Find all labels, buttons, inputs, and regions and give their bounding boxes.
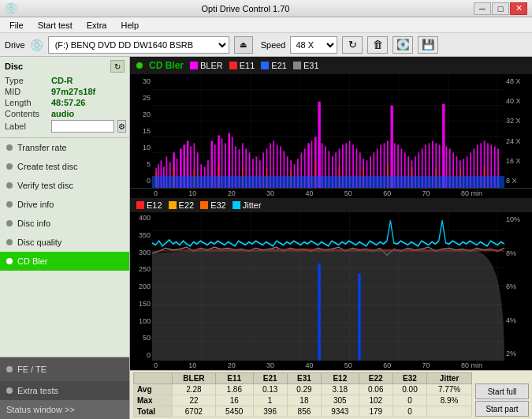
bottom-chart-y-axis-right: 10% 8% 6% 4% 2% xyxy=(504,212,532,361)
x-80: 80 min xyxy=(461,189,482,197)
fe-te-icon xyxy=(6,366,13,372)
total-e21: 396 xyxy=(253,406,287,417)
y-label-200: 200 xyxy=(132,282,151,290)
total-e11: 5450 xyxy=(215,406,253,417)
legend-jitter: Jitter xyxy=(233,200,262,210)
y-right-32x: 32 X xyxy=(506,117,530,125)
disc-label-row: Label ⚙ xyxy=(5,120,125,133)
e31-label: E31 xyxy=(303,61,319,70)
bottom-chart: 400 350 300 250 200 150 100 50 0 10% 8% … xyxy=(130,212,532,361)
menu-file[interactable]: File xyxy=(3,19,30,32)
disc-refresh-button[interactable]: ↻ xyxy=(110,60,125,73)
verify-test-disc-label: Verify test disc xyxy=(17,181,73,190)
menu-extra[interactable]: Extra xyxy=(80,19,113,32)
transfer-rate-label: Transfer rate xyxy=(17,143,67,152)
stats-area: BLER E11 E21 E31 E12 E22 E32 Jitter Avg xyxy=(130,370,532,419)
x-50: 50 xyxy=(344,189,352,197)
y-label-0b: 0 xyxy=(132,351,151,359)
verify-test-disc-icon xyxy=(6,182,13,189)
drive-info-icon xyxy=(6,201,13,208)
e21-color xyxy=(261,62,269,69)
cd-button[interactable]: 💽 xyxy=(392,36,413,54)
start-full-button[interactable]: Start full xyxy=(475,383,529,399)
sidebar-item-extra-tests[interactable]: Extra tests xyxy=(0,381,129,400)
sidebar-item-drive-info[interactable]: Drive info xyxy=(0,195,129,214)
top-chart-y-axis-right: 48 X 40 X 32 X 24 X 16 X 8 X xyxy=(504,74,532,188)
drive-select[interactable]: (F:) BENQ DVD DD DW1640 BSRB xyxy=(48,36,229,54)
max-e31: 18 xyxy=(287,395,321,406)
bx-40: 40 xyxy=(305,361,313,369)
sidebar-item-status-window[interactable]: Status window >> xyxy=(0,400,129,419)
e32-label: E32 xyxy=(210,200,226,210)
menu-start-test[interactable]: Start test xyxy=(32,19,79,32)
disc-label-gear-button[interactable]: ⚙ xyxy=(117,120,126,133)
bx-60: 60 xyxy=(383,361,391,369)
disc-panel: Disc ↻ Type CD-R MID 97m27s18f Length 48… xyxy=(0,57,129,138)
disc-type-value: CD-R xyxy=(51,76,73,85)
erase-button[interactable]: 🗑 xyxy=(367,36,388,54)
total-bler: 6702 xyxy=(172,406,215,417)
sidebar-item-disc-quality[interactable]: Disc quality xyxy=(0,233,129,252)
bler-label: BLER xyxy=(200,61,223,70)
avg-e12: 3.18 xyxy=(322,384,359,395)
eject-button[interactable]: ⏏ xyxy=(234,36,253,54)
top-x-axis: 0 10 20 30 40 50 60 70 80 min xyxy=(130,189,532,198)
avg-label: Avg xyxy=(134,384,173,395)
disc-header: Disc ↻ xyxy=(5,60,125,73)
y-right-48x: 48 X xyxy=(506,77,530,85)
sidebar-item-disc-info[interactable]: Disc info xyxy=(0,214,129,233)
y-label-30: 30 xyxy=(132,77,151,85)
sidebar-item-cd-bler[interactable]: CD Bler xyxy=(0,252,129,271)
sidebar-item-fe-te[interactable]: FE / TE xyxy=(0,357,129,381)
start-part-button[interactable]: Start part xyxy=(475,401,529,417)
disc-label-input[interactable] xyxy=(51,120,114,133)
menu-bar: File Start test Extra Help xyxy=(0,17,532,33)
e11-label: E11 xyxy=(240,61,255,70)
bx-80: 80 min xyxy=(461,361,482,369)
disc-label-label: Label xyxy=(5,122,48,131)
y-label-15: 15 xyxy=(132,127,151,135)
bx-20: 20 xyxy=(228,361,236,369)
extra-tests-label: Extra tests xyxy=(17,386,58,395)
bottom-chart-y-axis-left: 400 350 300 250 200 150 100 50 0 xyxy=(130,212,152,361)
stats-col-e31: E31 xyxy=(287,373,321,384)
disc-info-icon xyxy=(6,220,13,226)
y-right-4pct: 4% xyxy=(506,316,530,324)
max-e32: 0 xyxy=(392,395,426,406)
sidebar-item-verify-test-disc[interactable]: Verify test disc xyxy=(0,176,129,195)
maximize-button[interactable]: □ xyxy=(492,2,509,15)
sidebar: Disc ↻ Type CD-R MID 97m27s18f Length 48… xyxy=(0,57,130,419)
avg-e32: 0.00 xyxy=(392,384,426,395)
svg-rect-144 xyxy=(318,264,321,361)
speed-select[interactable]: 48 X40 X32 X24 X 16 X8 X4 X1 X xyxy=(290,36,337,54)
legend-e11: E11 xyxy=(229,61,255,70)
menu-help[interactable]: Help xyxy=(114,19,145,32)
disc-info-label: Disc info xyxy=(17,219,50,228)
y-right-40x: 40 X xyxy=(506,97,530,105)
e12-label: E12 xyxy=(147,200,162,210)
disc-contents-row: Contents audio xyxy=(5,109,125,118)
total-label: Total xyxy=(134,406,173,417)
stats-col-empty xyxy=(134,373,173,384)
bler-color xyxy=(190,62,198,69)
fe-te-label: FE / TE xyxy=(17,365,47,374)
minimize-button[interactable]: ─ xyxy=(474,2,491,15)
bx-0: 0 xyxy=(154,361,158,369)
status-window-label: Status window >> xyxy=(6,405,75,414)
save-button[interactable]: 💾 xyxy=(418,36,438,54)
top-chart-y-axis-left: 30 25 20 15 10 5 0 xyxy=(130,74,152,188)
sidebar-item-transfer-rate[interactable]: Transfer rate xyxy=(0,138,129,157)
y-label-350: 350 xyxy=(132,231,151,239)
stats-col-bler: BLER xyxy=(172,373,215,384)
total-e12: 9343 xyxy=(322,406,359,417)
refresh-button[interactable]: ↻ xyxy=(342,36,363,54)
create-test-disc-icon xyxy=(6,163,13,170)
close-button[interactable]: ✕ xyxy=(510,2,527,15)
stats-col-jitter: Jitter xyxy=(427,373,472,384)
sidebar-item-create-test-disc[interactable]: Create test disc xyxy=(0,157,129,176)
y-label-300: 300 xyxy=(132,249,151,256)
disc-quality-label: Disc quality xyxy=(17,238,61,247)
stats-col-e11: E11 xyxy=(215,373,253,384)
disc-quality-icon xyxy=(6,239,13,245)
y-label-100: 100 xyxy=(132,317,151,325)
